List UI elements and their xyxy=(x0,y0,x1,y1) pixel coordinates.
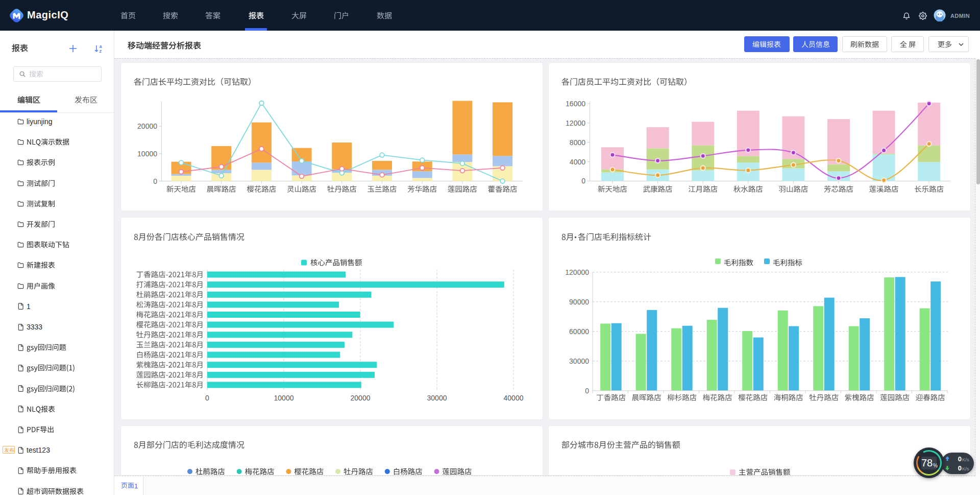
svg-text:4000: 4000 xyxy=(570,158,585,166)
svg-text:78: 78 xyxy=(921,457,933,468)
svg-text:Z: Z xyxy=(100,49,102,54)
svg-text:120000: 120000 xyxy=(565,268,589,276)
svg-text:0: 0 xyxy=(205,394,209,402)
svg-text:90000: 90000 xyxy=(569,298,589,306)
svg-text:K/s: K/s xyxy=(962,466,969,472)
svg-text:K/s: K/s xyxy=(962,457,969,462)
svg-text:%: % xyxy=(933,463,938,468)
svg-text:30000: 30000 xyxy=(569,357,589,365)
svg-text:0: 0 xyxy=(958,455,962,463)
svg-text:60000: 60000 xyxy=(569,327,589,336)
svg-text:10000: 10000 xyxy=(274,394,294,402)
svg-text:40000: 40000 xyxy=(504,394,524,402)
svg-text:8000: 8000 xyxy=(570,138,585,147)
svg-text:0: 0 xyxy=(153,177,157,185)
svg-text:10000: 10000 xyxy=(137,150,157,158)
svg-text:20000: 20000 xyxy=(351,394,371,402)
svg-text:0: 0 xyxy=(585,387,589,395)
svg-text:0: 0 xyxy=(958,464,962,472)
svg-text:30000: 30000 xyxy=(427,394,447,402)
svg-text:20000: 20000 xyxy=(137,122,157,130)
svg-text:A: A xyxy=(100,44,103,49)
svg-text:16000: 16000 xyxy=(566,100,585,108)
svg-text:12000: 12000 xyxy=(566,119,585,127)
svg-text:0: 0 xyxy=(581,177,585,185)
